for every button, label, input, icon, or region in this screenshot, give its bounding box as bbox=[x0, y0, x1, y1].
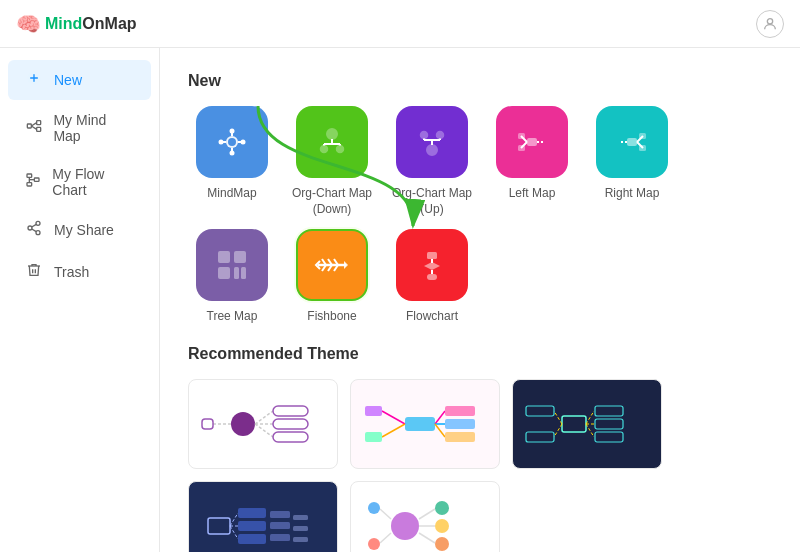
svg-rect-55 bbox=[234, 267, 239, 279]
logo-text: MindOnMap bbox=[45, 15, 137, 33]
sidebar: New My Mind Map My Flow Chart My Share T… bbox=[0, 48, 160, 552]
flow-chart-icon bbox=[24, 172, 42, 192]
sidebar-label-trash: Trash bbox=[54, 264, 89, 280]
svg-line-5 bbox=[31, 123, 36, 126]
sidebar-item-trash[interactable]: Trash bbox=[8, 252, 151, 292]
sidebar-label-new: New bbox=[54, 72, 82, 88]
left-map-label: Left Map bbox=[509, 186, 556, 202]
header: 🧠 MindOnMap bbox=[0, 0, 800, 48]
svg-rect-88 bbox=[562, 416, 586, 432]
sidebar-item-new[interactable]: New bbox=[8, 60, 151, 100]
flowchart-icon-wrap bbox=[396, 229, 468, 301]
chart-item-right-map[interactable]: Right Map bbox=[588, 106, 676, 217]
sidebar-item-my-share[interactable]: My Share bbox=[8, 210, 151, 250]
left-map-icon bbox=[514, 124, 550, 160]
svg-line-16 bbox=[32, 224, 37, 227]
svg-point-12 bbox=[36, 221, 40, 225]
svg-point-14 bbox=[36, 231, 40, 235]
flowchart-icon bbox=[414, 247, 450, 283]
user-avatar[interactable] bbox=[756, 10, 784, 38]
svg-rect-83 bbox=[445, 432, 475, 442]
svg-point-13 bbox=[28, 226, 32, 230]
org-up-label: Org-Chart Map (Up) bbox=[388, 186, 476, 217]
org-up-icon-wrap bbox=[396, 106, 468, 178]
svg-point-28 bbox=[321, 146, 328, 153]
org-up-icon bbox=[414, 124, 450, 160]
svg-rect-110 bbox=[293, 526, 308, 531]
org-down-icon-wrap bbox=[296, 106, 368, 178]
tree-map-icon-wrap bbox=[196, 229, 268, 301]
recommended-section-title: Recommended Theme bbox=[188, 345, 772, 363]
theme-grid bbox=[188, 379, 772, 552]
tree-map-icon bbox=[214, 247, 250, 283]
svg-line-91 bbox=[586, 424, 594, 437]
theme-item-3[interactable] bbox=[512, 379, 662, 469]
chart-item-tree-map[interactable]: Tree Map bbox=[188, 229, 276, 325]
right-map-icon bbox=[614, 124, 650, 160]
chart-item-org-up[interactable]: Org-Chart Map (Up) bbox=[388, 106, 476, 217]
svg-point-122 bbox=[368, 538, 380, 550]
new-section: New bbox=[188, 72, 772, 325]
svg-point-23 bbox=[241, 140, 246, 145]
svg-rect-107 bbox=[270, 522, 290, 529]
svg-point-32 bbox=[427, 145, 437, 155]
chart-row-2: Tree Map bbox=[188, 229, 772, 325]
svg-point-19 bbox=[228, 138, 236, 146]
chart-item-left-map[interactable]: Left Map bbox=[488, 106, 576, 217]
svg-point-121 bbox=[368, 502, 380, 514]
svg-point-29 bbox=[337, 146, 344, 153]
svg-rect-40 bbox=[527, 138, 537, 146]
svg-rect-50 bbox=[639, 145, 646, 151]
chart-item-org-down[interactable]: Org-Chart Map (Down) bbox=[288, 106, 376, 217]
recommended-section: Recommended Theme bbox=[188, 345, 772, 552]
chart-row-1: MindMap bbox=[188, 106, 772, 217]
theme-item-2[interactable] bbox=[350, 379, 500, 469]
svg-rect-109 bbox=[293, 515, 308, 520]
theme-preview-1 bbox=[198, 389, 328, 459]
main-content: New bbox=[160, 48, 800, 552]
sidebar-label-my-share: My Share bbox=[54, 222, 114, 238]
svg-line-69 bbox=[255, 411, 273, 424]
svg-rect-2 bbox=[27, 124, 31, 128]
svg-rect-3 bbox=[36, 121, 40, 125]
svg-rect-104 bbox=[238, 521, 266, 531]
svg-rect-8 bbox=[27, 183, 32, 186]
svg-line-15 bbox=[32, 229, 37, 232]
theme-item-4[interactable] bbox=[188, 481, 338, 552]
svg-rect-7 bbox=[27, 174, 32, 177]
svg-point-20 bbox=[230, 129, 235, 134]
flowchart-label: Flowchart bbox=[406, 309, 458, 325]
theme-item-5[interactable] bbox=[350, 481, 500, 552]
sidebar-item-my-flow-chart[interactable]: My Flow Chart bbox=[8, 156, 151, 208]
svg-rect-108 bbox=[270, 534, 290, 541]
svg-rect-73 bbox=[273, 419, 308, 429]
fishbone-label: Fishbone bbox=[307, 309, 356, 325]
svg-rect-46 bbox=[627, 138, 637, 146]
svg-rect-92 bbox=[595, 406, 623, 416]
svg-rect-53 bbox=[234, 251, 246, 263]
mindmap-label: MindMap bbox=[207, 186, 256, 202]
org-down-label: Org-Chart Map (Down) bbox=[288, 186, 376, 217]
svg-rect-64 bbox=[427, 252, 437, 259]
theme-item-1[interactable] bbox=[188, 379, 338, 469]
svg-point-24 bbox=[327, 129, 337, 139]
svg-line-89 bbox=[586, 411, 594, 424]
svg-rect-54 bbox=[218, 267, 230, 279]
svg-rect-52 bbox=[218, 251, 230, 263]
chart-item-mindmap[interactable]: MindMap bbox=[188, 106, 276, 217]
svg-line-6 bbox=[31, 126, 36, 129]
svg-rect-94 bbox=[595, 432, 623, 442]
sidebar-item-my-mind-map[interactable]: My Mind Map bbox=[8, 102, 151, 154]
svg-rect-87 bbox=[365, 432, 382, 442]
sidebar-label-my-mind-map: My Mind Map bbox=[53, 112, 135, 144]
trash-icon bbox=[24, 262, 44, 282]
svg-point-117 bbox=[435, 519, 449, 533]
sidebar-label-my-flow-chart: My Flow Chart bbox=[52, 166, 135, 198]
fishbone-icon bbox=[314, 247, 350, 283]
svg-point-118 bbox=[435, 537, 449, 551]
share-icon bbox=[24, 220, 44, 240]
chart-item-fishbone[interactable]: Fishbone bbox=[288, 229, 376, 325]
mindmap-icon bbox=[214, 124, 250, 160]
chart-item-flowchart[interactable]: Flowchart bbox=[388, 229, 476, 325]
right-map-label: Right Map bbox=[605, 186, 660, 202]
